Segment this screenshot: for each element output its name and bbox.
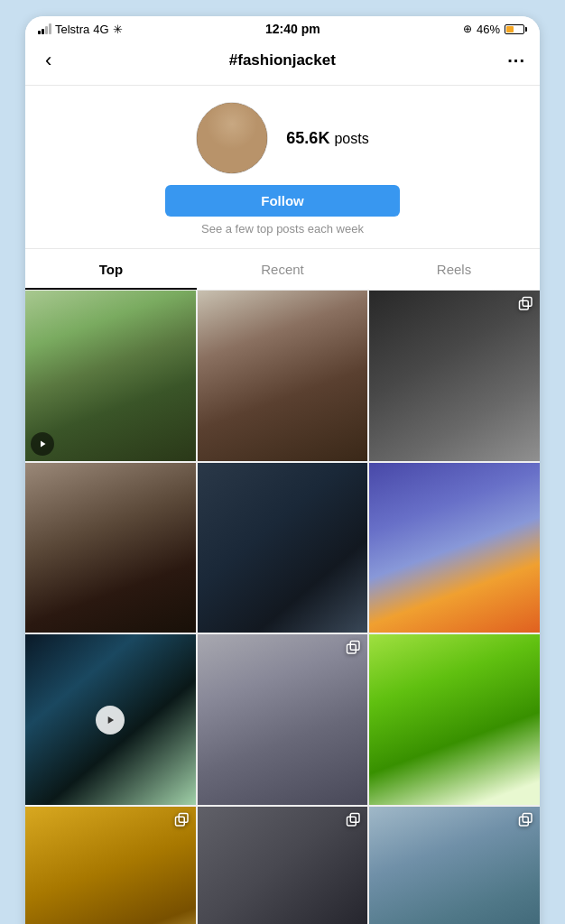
battery-pct-label: 46%: [477, 23, 500, 36]
svg-rect-6: [175, 817, 184, 826]
follow-subtitle: See a few top posts each week: [201, 222, 364, 236]
multi-photo-icon: [518, 812, 534, 832]
time-label: 12:40 pm: [265, 22, 320, 36]
more-button[interactable]: ···: [507, 51, 525, 71]
grid-item[interactable]: [369, 634, 540, 805]
lock-icon: ⊕: [463, 23, 472, 35]
grid-item[interactable]: [369, 463, 540, 633]
grid-item[interactable]: [198, 634, 368, 805]
posts-grid: [25, 291, 540, 924]
grid-item[interactable]: [369, 291, 540, 461]
svg-rect-11: [523, 814, 532, 823]
play-button-icon: [96, 706, 125, 735]
status-left: Telstra 4G ✳: [38, 23, 123, 36]
svg-rect-1: [520, 300, 529, 310]
grid-item[interactable]: [25, 291, 196, 461]
page-title: #fashionjacket: [229, 51, 336, 69]
svg-rect-9: [351, 814, 360, 823]
status-bar: Telstra 4G ✳ 12:40 pm ⊕ 46%: [25, 16, 540, 40]
grid-item[interactable]: [198, 807, 368, 924]
svg-rect-7: [179, 814, 188, 823]
svg-rect-8: [347, 817, 357, 826]
hashtag-avatar: [196, 102, 268, 174]
svg-rect-5: [351, 642, 360, 651]
posts-label: posts: [334, 131, 368, 147]
posts-count: 65.6K: [286, 129, 329, 148]
tabs-bar: Top Recent Reels: [25, 249, 540, 291]
posts-info: 65.6K posts: [286, 129, 368, 148]
header-section: 65.6K posts Follow See a few top posts e…: [25, 86, 540, 249]
nav-bar: ‹ #fashionjacket ···: [25, 40, 540, 86]
battery-icon: [505, 24, 527, 34]
grid-item[interactable]: [198, 463, 368, 633]
multi-photo-icon: [518, 296, 534, 316]
svg-rect-4: [347, 645, 357, 654]
signal-icon: [38, 23, 51, 34]
multi-photo-icon: [346, 812, 362, 832]
multi-photo-icon: [346, 640, 362, 660]
wifi-icon: ✳: [113, 23, 123, 36]
svg-marker-3: [108, 716, 114, 724]
multi-photo-icon: [174, 812, 190, 832]
video-badge-icon: [31, 432, 54, 456]
svg-rect-10: [520, 817, 529, 826]
svg-rect-2: [523, 298, 532, 307]
back-button[interactable]: ‹: [40, 47, 57, 74]
tab-reels[interactable]: Reels: [368, 249, 540, 290]
header-top: 65.6K posts: [40, 102, 525, 174]
tab-top[interactable]: Top: [25, 249, 197, 290]
grid-item[interactable]: [25, 634, 196, 805]
svg-marker-0: [41, 440, 46, 447]
tab-recent[interactable]: Recent: [197, 249, 368, 290]
network-label: 4G: [93, 23, 108, 36]
grid-item[interactable]: [25, 463, 196, 633]
status-right: ⊕ 46%: [463, 23, 527, 36]
carrier-label: Telstra: [55, 23, 89, 36]
follow-button[interactable]: Follow: [165, 185, 400, 217]
grid-item[interactable]: [369, 807, 540, 924]
grid-item[interactable]: [198, 291, 368, 461]
grid-item[interactable]: [25, 807, 196, 924]
